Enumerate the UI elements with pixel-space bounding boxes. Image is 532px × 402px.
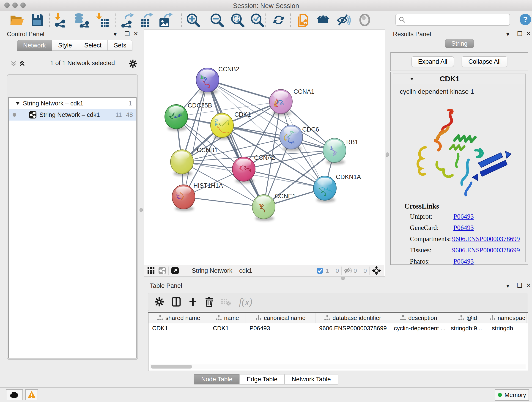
refresh-button[interactable] bbox=[272, 13, 285, 27]
tab-network[interactable]: Network bbox=[17, 40, 52, 51]
node-CCNA1[interactable] bbox=[269, 89, 292, 116]
column-header-namespac[interactable]: namespac bbox=[488, 313, 526, 323]
node-CCNB1[interactable] bbox=[171, 150, 193, 176]
edge-CCNA2-CDKN1A[interactable] bbox=[244, 169, 325, 188]
table-cell[interactable]: stringdb bbox=[488, 323, 526, 333]
selected-checkbox-icon[interactable] bbox=[317, 267, 323, 274]
tab-node-table[interactable]: Node Table bbox=[194, 374, 239, 384]
crosslink-link[interactable]: P06493 bbox=[453, 258, 474, 265]
left-splitter-handle[interactable] bbox=[139, 208, 143, 212]
show-columns-icon[interactable] bbox=[172, 297, 181, 307]
zoom-fit-button[interactable] bbox=[230, 13, 245, 27]
node-CCNA2[interactable] bbox=[232, 157, 255, 183]
warnings-button[interactable] bbox=[25, 389, 38, 400]
network-collection-row[interactable]: String Network – cdk1 1 bbox=[9, 98, 136, 109]
tab-string[interactable]: String bbox=[445, 39, 474, 48]
open-session-button[interactable] bbox=[9, 13, 25, 27]
node-CCNB2[interactable] bbox=[196, 68, 219, 94]
table-cell[interactable]: cyclin-dependent ... bbox=[390, 323, 447, 333]
column-header-canonical-name[interactable]: canonical name bbox=[246, 313, 316, 323]
table-cell[interactable]: CDK1 bbox=[148, 323, 209, 333]
control-panel-collapse-icon[interactable]: ▾ bbox=[114, 31, 117, 38]
table-options-gear-icon[interactable] bbox=[155, 297, 164, 306]
column-header-database-identifier[interactable]: database identifier bbox=[316, 313, 390, 323]
table-cell[interactable]: stringdb:9... bbox=[447, 323, 488, 333]
results-panel-close-icon[interactable]: ✕ bbox=[526, 30, 531, 37]
table-horizontal-scrollbar[interactable] bbox=[150, 364, 526, 369]
table-panel-close-icon[interactable]: ✕ bbox=[526, 282, 531, 289]
protein-section-header[interactable]: CDK1 bbox=[393, 74, 526, 84]
zoom-out-button[interactable] bbox=[210, 13, 224, 27]
import-network-file-button[interactable] bbox=[54, 13, 67, 27]
tree-expander-icon[interactable] bbox=[15, 101, 20, 106]
export-image-button[interactable] bbox=[158, 13, 174, 27]
scrollbar-thumb[interactable] bbox=[151, 365, 192, 369]
node-CDC25B[interactable] bbox=[165, 104, 188, 131]
zoom-selected-button[interactable] bbox=[250, 13, 264, 27]
memory-button[interactable]: Memory bbox=[495, 389, 529, 401]
column-header-shared-name[interactable]: shared name bbox=[148, 313, 209, 323]
network-row[interactable]: String Network – cdk1 11 48 bbox=[9, 109, 136, 121]
table-cell[interactable]: 9606.ENSP00000378699 bbox=[316, 323, 390, 333]
tab-select[interactable]: Select bbox=[78, 40, 108, 51]
export-table-button[interactable] bbox=[139, 13, 154, 27]
save-session-button[interactable] bbox=[31, 13, 44, 27]
node-HIST1H1A[interactable] bbox=[172, 185, 195, 211]
hide-selected-button[interactable] bbox=[337, 13, 351, 27]
table-cell[interactable]: P06493 bbox=[246, 323, 316, 333]
table-panel-collapse-icon[interactable]: ▾ bbox=[506, 282, 509, 289]
export-network-button[interactable] bbox=[120, 13, 135, 27]
node-CDK1[interactable] bbox=[210, 113, 234, 140]
right-splitter-handle[interactable] bbox=[386, 153, 389, 157]
column-header-name[interactable]: name bbox=[209, 313, 246, 323]
network-options-gear-icon[interactable] bbox=[129, 60, 137, 68]
table-panel-float-icon[interactable]: ❑ bbox=[517, 282, 522, 289]
import-table-file-button[interactable] bbox=[95, 13, 109, 27]
collapse-all-button[interactable]: Collapse All bbox=[462, 56, 507, 67]
delete-column-icon[interactable] bbox=[205, 297, 213, 307]
cloud-service-button[interactable] bbox=[6, 389, 23, 400]
bottom-splitter-handle[interactable] bbox=[341, 277, 345, 280]
crosslink-link[interactable]: 9606.ENSP00000378699 bbox=[452, 246, 520, 254]
column-header-description[interactable]: description bbox=[390, 313, 447, 323]
table-cell[interactable]: CDK1 bbox=[209, 323, 246, 333]
detach-view-icon[interactable] bbox=[171, 267, 179, 274]
results-panel-collapse-icon[interactable]: ▾ bbox=[506, 31, 509, 38]
expand-all-button[interactable]: Expand All bbox=[412, 56, 454, 67]
crosslink-link[interactable]: P06493 bbox=[453, 224, 474, 231]
section-expander-icon[interactable] bbox=[409, 76, 414, 81]
tab-sets[interactable]: Sets bbox=[108, 40, 133, 51]
network-graph[interactable]: CCNB2 CCNA1 CDC25B CDK1 CDC6 RB1 CCNB1 C… bbox=[144, 30, 384, 265]
import-network-database-button[interactable] bbox=[73, 13, 89, 27]
control-panel-float-icon[interactable]: ❑ bbox=[124, 30, 130, 37]
node-CDKN1A[interactable] bbox=[313, 176, 336, 202]
node-RB1[interactable] bbox=[323, 138, 346, 165]
show-all-networks-button[interactable] bbox=[316, 14, 331, 26]
network-canvas[interactable]: CCNB2 CCNA1 CDC25B CDK1 CDC6 RB1 CCNB1 C… bbox=[144, 29, 385, 277]
tab-style[interactable]: Style bbox=[52, 40, 78, 51]
tab-edge-table[interactable]: Edge Table bbox=[239, 374, 285, 384]
crosslink-link[interactable]: P06493 bbox=[453, 213, 474, 220]
add-column-icon[interactable] bbox=[189, 298, 197, 306]
zoom-in-button[interactable] bbox=[186, 13, 200, 27]
edge-HIST1H1A-CCNE1[interactable] bbox=[184, 197, 264, 207]
table-row[interactable]: CDK1CDK1P064939606.ENSP00000378699cyclin… bbox=[148, 323, 528, 333]
tab-network-table[interactable]: Network Table bbox=[285, 374, 338, 384]
expand-all-networks-icon[interactable] bbox=[19, 60, 26, 67]
fit-selected-crosshair-icon[interactable] bbox=[372, 266, 381, 275]
control-panel-close-icon[interactable]: ✕ bbox=[133, 30, 138, 37]
help-button[interactable]: ? bbox=[519, 13, 532, 26]
preview-button[interactable] bbox=[358, 14, 371, 26]
network-share-icon[interactable] bbox=[158, 267, 166, 274]
node-CDC6[interactable] bbox=[280, 125, 303, 151]
node-table[interactable]: shared namenamecanonical namedatabase id… bbox=[148, 312, 528, 371]
search-field[interactable] bbox=[395, 14, 510, 26]
birdseye-grid-icon[interactable] bbox=[147, 267, 155, 274]
hidden-eye-icon[interactable] bbox=[344, 267, 352, 274]
crosslink-link[interactable]: 9606.ENSP00000378699 bbox=[452, 235, 520, 243]
search-input[interactable] bbox=[405, 16, 503, 24]
column-header-@id[interactable]: @id bbox=[447, 313, 488, 323]
node-CCNE1[interactable] bbox=[252, 195, 275, 221]
results-panel-float-icon[interactable]: ❑ bbox=[517, 30, 522, 37]
clone-network-button[interactable] bbox=[297, 12, 311, 28]
